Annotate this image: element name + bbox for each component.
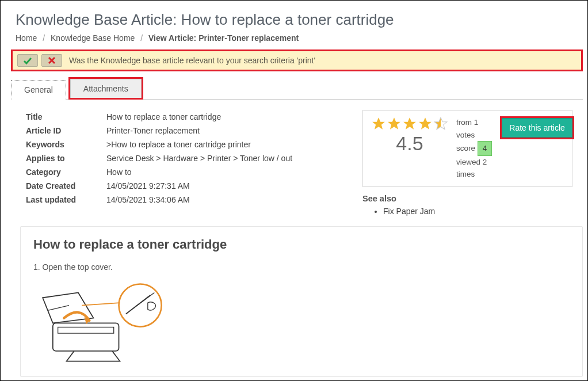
meta-table: TitleHow to replace a toner cartridge Ar… [26,110,303,207]
rate-article-button[interactable]: Rate this article [502,118,572,138]
rating-views: viewed 2 times [456,156,492,181]
rating-score-label: score [456,144,475,153]
meta-value-date-created: 14/05/2021 9:27:31 AM [106,179,303,193]
rating-card: 4.5 from 1 votes score 4 viewed 2 times … [362,110,572,187]
tab-general[interactable]: General [11,80,66,100]
meta-value-category: How to [106,165,303,179]
meta-value-title: How to replace a toner cartridge [106,110,303,124]
article-body: How to replace a toner cartridge 1. Open… [20,226,583,377]
svg-marker-6 [434,117,447,129]
meta-label-keywords: Keywords [26,138,106,151]
rating-score: 4.5 [371,132,448,155]
article-step-1: 1. Open the top cover. [33,262,570,272]
star-icon [371,116,386,131]
svg-line-11 [82,303,120,305]
cross-icon [48,56,56,64]
tabs: General Attachments [11,77,587,100]
meta-value-last-updated: 14/05/2021 9:34:06 AM [106,193,303,207]
meta-label-last-updated: Last updated [26,193,106,207]
article-heading: How to replace a toner cartridge [33,237,570,252]
rating-votes: from 1 votes [456,116,492,141]
see-also-list: Fix Paper Jam [383,207,572,216]
breadcrumb-home[interactable]: Home [16,33,37,43]
breadcrumb: Home / Knowledge Base Home / View Articl… [16,33,587,43]
feedback-no-button[interactable] [41,54,62,67]
breadcrumb-kb-home[interactable]: Knowledge Base Home [51,33,135,43]
meta-label-title: Title [26,110,106,124]
meta-label-applies-to: Applies to [26,151,106,165]
meta-value-article-id: Printer-Toner replacement [106,124,303,138]
feedback-yes-button[interactable] [17,54,38,67]
star-icon [387,116,402,131]
feedback-banner: Was the Knowledge base article relevant … [11,49,583,71]
meta-value-keywords: >How to replace a toner cartridge printe… [106,138,303,151]
check-icon [23,56,32,64]
rating-score-badge: 4 [478,141,492,156]
star-icon [418,116,433,131]
svg-marker-4 [403,117,416,129]
svg-marker-2 [372,117,385,129]
meta-value-applies-to: Service Desk > Hardware > Printer > Tone… [106,151,303,165]
star-rating [371,116,448,131]
page-title: Knowledge Base Article: How to replace a… [16,11,587,29]
printer-illustration [33,277,166,364]
see-also-item[interactable]: Fix Paper Jam [383,207,572,216]
see-also-heading: See also [362,194,572,203]
breadcrumb-current: View Article: Printer-Toner replacement [148,33,299,43]
tab-attachments[interactable]: Attachments [70,79,142,98]
svg-marker-3 [388,117,400,129]
star-half-icon [433,116,448,131]
meta-label-date-created: Date Created [26,179,106,193]
meta-label-category: Category [26,165,106,179]
svg-marker-5 [419,117,432,129]
feedback-text: Was the Knowledge base article relevant … [69,56,315,65]
meta-label-article-id: Article ID [26,124,106,138]
star-icon [402,116,417,131]
